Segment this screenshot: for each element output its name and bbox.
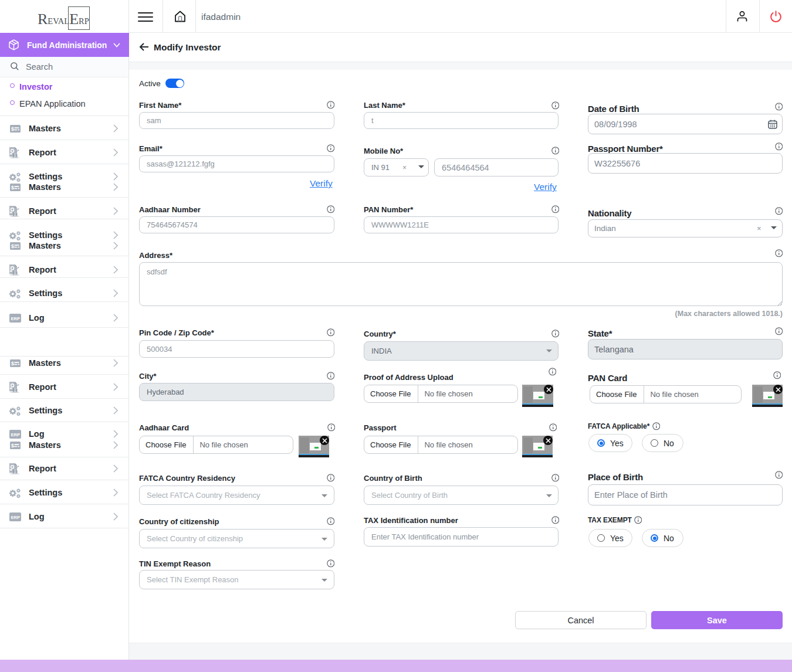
svg-text:$: $	[11, 443, 14, 449]
svg-text:$: $	[11, 243, 14, 249]
svg-text:$: $	[11, 361, 14, 366]
svg-text:$: $	[11, 126, 14, 132]
svg-text:ERP: ERP	[11, 432, 20, 437]
svg-text:$: $	[11, 185, 14, 191]
svg-text:ERP: ERP	[11, 515, 20, 520]
